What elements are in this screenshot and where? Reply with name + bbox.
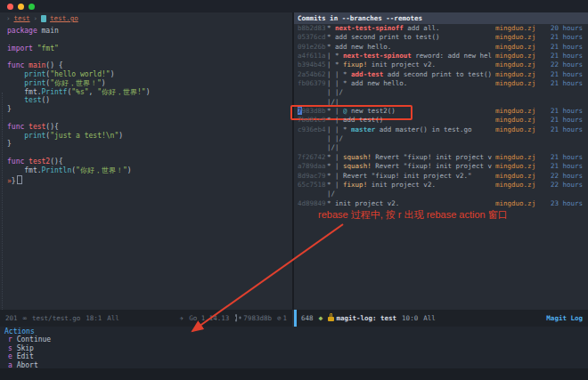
commit-list: b8b2d83* next-test-spinoff add all.mingd…: [294, 24, 588, 208]
commit-subject: [343, 88, 495, 97]
flycheck-issues-icon: ⊘: [277, 314, 282, 322]
commit-author: mingduo.zj: [495, 125, 540, 134]
commit-hash: [298, 190, 327, 198]
commit-age: 21 hours: [540, 153, 588, 162]
commit-row[interactable]: 7983d8b* | @ new test2()mingduo.zj21 hou…: [294, 107, 588, 116]
commit-row[interactable]: 05376cd* add second print to test()mingd…: [294, 33, 588, 42]
commit-author: [495, 190, 540, 198]
major-mode-label: Magit Log: [546, 314, 583, 322]
commit-row[interactable]: 7f26742* | squash! Revert "fixup! init p…: [294, 153, 588, 162]
commit-author: [495, 88, 540, 97]
commit-hash: [298, 88, 327, 97]
commit-hash: 2a54b62: [298, 70, 327, 79]
code-line: print("just a test!\n"): [7, 132, 292, 141]
commit-subject: [335, 190, 495, 198]
modeline-magit: 648 ◆ magit-log: test 10:0 All Magit Log: [294, 310, 588, 327]
commit-row[interactable]: |/|: [294, 143, 588, 152]
action-item-skip[interactable]: s Skip: [0, 344, 588, 352]
commit-age: [540, 143, 588, 152]
commit-age: 21 hours: [540, 116, 588, 125]
actions-header: Actions: [0, 327, 588, 336]
commit-row[interactable]: a4f611a| * next-test-spinout reword: add…: [294, 52, 588, 61]
magit-log-pane[interactable]: Commits in --branches --remotes b8b2d83*…: [294, 12, 588, 310]
commit-age: 21 hours: [540, 107, 588, 116]
commit-author: mingduo.zj: [495, 70, 540, 79]
modeline-scroll-indicator: All: [107, 314, 119, 322]
commit-row[interactable]: 7bd81c9* | add test()mingduo.zj21 hours: [294, 116, 588, 125]
commit-row[interactable]: b8b2d83* next-test-spinoff add all.mingd…: [294, 24, 588, 33]
code-line: }: [7, 140, 292, 149]
actions-list: r Continues Skipe Edita Abort: [0, 336, 588, 369]
commit-subject: add second print to test(): [335, 33, 495, 42]
commit-row[interactable]: 2a54b62| | * add-test add second print t…: [294, 70, 588, 79]
commit-row[interactable]: 65c7518* | fixup! init project v2.mingdu…: [294, 181, 588, 190]
commit-row[interactable]: 091e26b* add new hello.mingduo.zj21 hour…: [294, 43, 588, 52]
commit-row[interactable]: a789daa* | squash! Revert "fixup! init p…: [294, 162, 588, 171]
modeline-cursor-position: 18:1: [86, 314, 102, 322]
commit-row[interactable]: c936eb4| | * master add master() in test…: [294, 125, 588, 134]
commit-author: mingduo.zj: [495, 162, 540, 171]
commit-author: mingduo.zj: [495, 79, 540, 88]
commit-hash: 7f26742: [298, 153, 327, 162]
commit-hash: 091e26b: [298, 43, 327, 52]
commit-subject: add test(): [343, 116, 495, 125]
modeline-buffer-name: magit-log: test: [336, 314, 396, 322]
commit-hash: 4d89849: [298, 199, 327, 208]
action-item-continue[interactable]: r Continue: [0, 336, 588, 344]
zoom-button[interactable]: [29, 4, 35, 10]
commit-hash: 05376cd: [298, 33, 327, 42]
commit-row[interactable]: | |/: [294, 134, 588, 143]
commit-hash: c936eb4: [298, 125, 327, 134]
annotation-note: rebase 过程中, 按 r 出现 rebase action 窗口: [318, 208, 508, 222]
code-line: package main: [7, 27, 292, 36]
commit-age: [540, 88, 588, 97]
code-line: test(): [7, 96, 292, 105]
breadcrumb-folder[interactable]: test: [14, 14, 30, 22]
commit-subject: fixup! init project v2.: [343, 181, 495, 190]
commit-age: 21 hours: [540, 79, 588, 88]
breadcrumb-chevron-icon: ›: [34, 14, 38, 22]
commit-row[interactable]: | |/: [294, 88, 588, 97]
commit-subject: master add master() in test.go: [351, 125, 495, 134]
commit-subject: next-test-spinoff add all.: [335, 24, 495, 33]
echo-area: Unbound suffix: 'M-a' (Use 'C-g' to abor…: [0, 368, 588, 380]
modeline-cursor-position: 10:0: [402, 314, 418, 322]
commit-author: mingduo.zj: [495, 33, 540, 42]
commit-subject: fixup! init project v2.: [343, 61, 495, 69]
commit-subject: @ new test2(): [343, 107, 495, 116]
commit-subject: add new hello.: [335, 43, 495, 52]
code-line: print("hello world!"): [7, 70, 292, 79]
commit-subject: squash! Revert "fixup! init project v: [343, 162, 495, 171]
go-version: Go 1.14.13: [189, 314, 229, 322]
minimize-button[interactable]: [18, 4, 24, 10]
git-branch-icon: [234, 314, 241, 322]
commit-age: 21 hours: [540, 43, 588, 52]
commit-age: 22 hours: [540, 172, 588, 181]
commit-row[interactable]: 4d89849* init project v2.mingduo.zj23 ho…: [294, 199, 588, 208]
link-icon: ∞: [23, 314, 28, 322]
commit-hash: fb06379: [298, 79, 327, 88]
commit-row[interactable]: |/: [294, 190, 588, 198]
commit-subject: [343, 134, 495, 143]
action-item-edit[interactable]: e Edit: [0, 352, 588, 360]
commit-hash: [298, 134, 327, 143]
commit-hash: b394b45: [298, 61, 327, 69]
commit-row[interactable]: b394b45| * fixup! init project v2.mingdu…: [294, 61, 588, 69]
commit-row[interactable]: fb06379| | * add new hello.mingduo.zj21 …: [294, 79, 588, 88]
code-line: »}: [7, 175, 292, 184]
commit-author: mingduo.zj: [495, 107, 540, 116]
rebase-actions-popup: Actions r Continues Skipe Edita Abort: [0, 327, 588, 368]
commit-author: mingduo.zj: [495, 172, 540, 181]
commit-hash: b8b2d83: [298, 24, 327, 33]
commit-row[interactable]: 8d9ac79* | Revert "fixup! init project v…: [294, 172, 588, 181]
commit-row[interactable]: |/|: [294, 98, 588, 107]
commit-hash: 7bd81c9: [298, 116, 327, 125]
breadcrumb: › test › test.go: [0, 12, 292, 24]
code-line: fmt.Println("你好，世界！"): [7, 166, 292, 175]
commit-hash: [298, 143, 327, 152]
code-editor-pane[interactable]: › test › test.go package main import "fm…: [0, 12, 292, 310]
commit-author: mingduo.zj: [495, 199, 540, 208]
close-button[interactable]: [7, 4, 13, 10]
commit-subject: Revert "fixup! init project v2.": [343, 172, 495, 181]
breadcrumb-file[interactable]: test.go: [50, 14, 78, 22]
